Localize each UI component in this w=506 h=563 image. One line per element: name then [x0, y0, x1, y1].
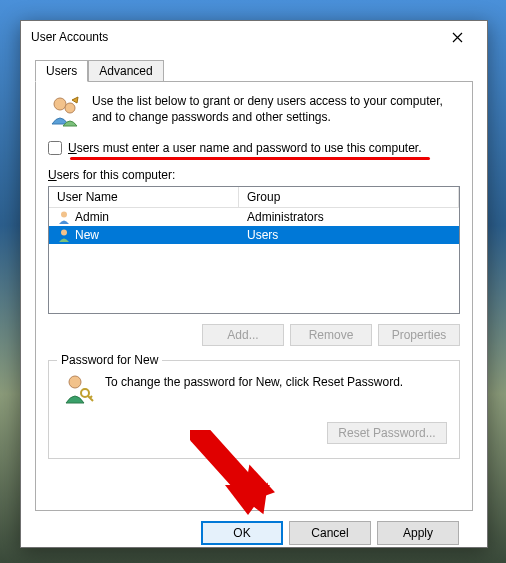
user-group-cell: Users [239, 227, 459, 243]
list-item[interactable]: New Users [49, 226, 459, 244]
apply-button[interactable]: Apply [377, 521, 459, 545]
users-list-label: Users for this computer: [48, 168, 460, 182]
tab-page-users: Use the list below to grant or deny user… [35, 81, 473, 511]
column-header-group[interactable]: Group [239, 187, 459, 207]
add-button[interactable]: Add... [202, 324, 284, 346]
tab-users[interactable]: Users [35, 60, 88, 82]
password-text: To change the password for New, click Re… [105, 371, 403, 389]
close-icon [452, 32, 463, 43]
listview-header: User Name Group [49, 187, 459, 208]
users-icon [48, 94, 82, 131]
properties-button[interactable]: Properties [378, 324, 460, 346]
tab-advanced[interactable]: Advanced [88, 60, 163, 82]
titlebar[interactable]: User Accounts [21, 21, 487, 53]
user-icon [57, 228, 71, 242]
intro-text: Use the list below to grant or deny user… [92, 94, 460, 131]
svg-point-3 [61, 230, 67, 236]
tab-strip: Users Advanced [35, 60, 473, 82]
svg-point-2 [61, 212, 67, 218]
password-groupbox-legend: Password for New [57, 353, 162, 367]
svg-point-4 [69, 376, 81, 388]
svg-point-0 [54, 98, 66, 110]
reset-password-button[interactable]: Reset Password... [327, 422, 447, 444]
column-header-name[interactable]: User Name [49, 187, 239, 207]
cancel-button[interactable]: Cancel [289, 521, 371, 545]
users-listview[interactable]: User Name Group Admin Administrators New [48, 186, 460, 314]
svg-point-1 [65, 103, 75, 113]
key-user-icon [61, 371, 95, 408]
close-button[interactable] [437, 23, 477, 51]
user-icon [57, 210, 71, 224]
window-title: User Accounts [31, 30, 108, 44]
ok-button[interactable]: OK [201, 521, 283, 545]
user-name-cell: Admin [75, 210, 109, 224]
list-item[interactable]: Admin Administrators [49, 208, 459, 226]
password-groupbox: Password for New To change the password … [48, 360, 460, 459]
must-enter-password-checkbox[interactable] [48, 141, 62, 155]
annotation-underline [70, 157, 430, 160]
user-name-cell: New [75, 228, 99, 242]
svg-point-5 [81, 389, 89, 397]
must-enter-password-label: Users must enter a user name and passwor… [68, 141, 422, 155]
user-group-cell: Administrators [239, 209, 459, 225]
remove-button[interactable]: Remove [290, 324, 372, 346]
user-accounts-window: User Accounts Users Advanced [20, 20, 488, 548]
